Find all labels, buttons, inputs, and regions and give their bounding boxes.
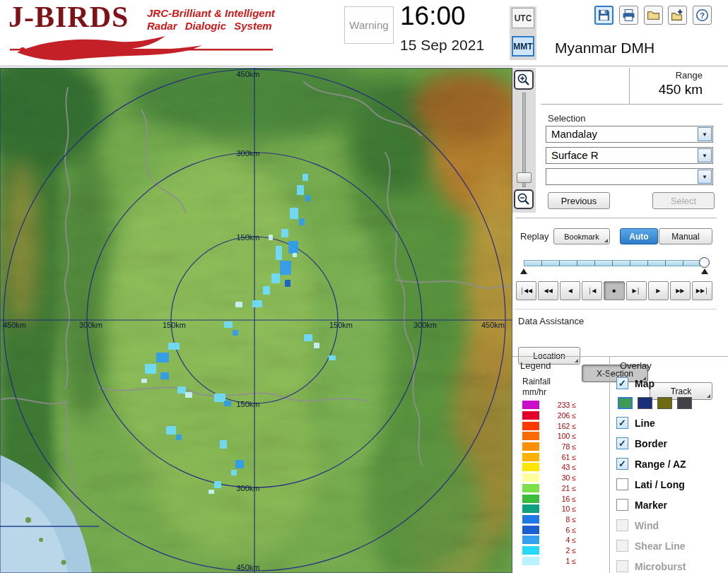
save-button[interactable] <box>594 6 613 25</box>
help-button[interactable]: ? <box>693 6 712 25</box>
svg-text:?: ? <box>700 11 705 20</box>
rain-echo-cell <box>141 379 147 383</box>
overlay-item-label: Shear Line <box>635 540 686 552</box>
app-logo-subtitle: JRC-Brilliant & Intelligent Radar Dialog… <box>147 7 275 33</box>
timeline-thumb[interactable] <box>699 257 710 268</box>
legend-row: 43 ≤ <box>522 462 601 473</box>
checked-checkbox-icon[interactable]: ✓ <box>616 377 628 389</box>
range-ring-label: 300km <box>236 484 259 492</box>
map-style-swatch-1[interactable] <box>618 397 633 409</box>
rain-echo-cell <box>235 460 244 468</box>
option-dropdown[interactable]: ▼ <box>546 168 713 185</box>
range-ring-label: 150km <box>236 233 259 242</box>
legend-rows: 233 ≤206 ≤162 ≤100 ≤78 ≤61 ≤43 ≤30 ≤21 ≤… <box>522 400 601 566</box>
timeline-track[interactable] <box>524 260 700 266</box>
legend-value: 233 ≤ <box>539 401 576 409</box>
site-dropdown[interactable]: Mandalay ▼ <box>546 126 713 143</box>
chevron-down-icon[interactable]: ▼ <box>698 148 712 163</box>
rain-echo-cell <box>329 355 336 360</box>
legend-value: 78 ≤ <box>539 442 576 451</box>
legend-row: 100 ≤ <box>522 431 601 442</box>
logo-subtitle-line2: Radar Dialogic System <box>147 20 275 33</box>
zoom-out-icon <box>517 192 531 206</box>
overlay-item-line[interactable]: ✓Line <box>616 413 728 433</box>
zoom-in-button[interactable] <box>514 70 534 90</box>
playback-play-button[interactable]: ▶ <box>648 281 669 300</box>
legend-row: 10 ≤ <box>522 504 601 514</box>
range-ring-label: 450km <box>236 70 259 78</box>
overlay-item-range-az[interactable]: ✓Range / AZ <box>616 454 728 474</box>
playback-last-button[interactable]: ▶▶│ <box>692 281 712 300</box>
rain-echo-cell <box>293 253 297 257</box>
map-style-swatch-3[interactable] <box>657 397 672 409</box>
map-style-swatch-4[interactable] <box>677 397 692 409</box>
previous-button[interactable]: Previous <box>548 192 610 209</box>
import-image-button[interactable] <box>668 6 687 25</box>
playback-first-button[interactable]: │◀◀ <box>516 281 536 300</box>
overlay-title: Overlay <box>620 360 652 371</box>
legend-color-swatch <box>522 557 539 565</box>
legend-value: 2 ≤ <box>539 546 576 555</box>
rain-echo-cell <box>233 330 238 336</box>
auto-button[interactable]: Auto <box>620 228 658 244</box>
rain-echo-cell <box>281 229 288 237</box>
radar-map[interactable]: 450km300km150km150km300km450km450km300km… <box>0 68 512 573</box>
overlay-item-lati-long[interactable]: Lati / Long <box>616 474 728 495</box>
range-ring-label: 150km <box>163 321 186 329</box>
checked-checkbox-icon[interactable]: ✓ <box>616 437 628 449</box>
zoom-slider-thumb[interactable] <box>517 172 532 183</box>
rain-echo-cell <box>209 490 214 494</box>
timezone-toggle: UTC MMT <box>510 6 536 60</box>
legend-value: 21 ≤ <box>539 484 576 492</box>
playback-play-reverse-button[interactable]: ◀ <box>560 281 580 300</box>
chevron-down-icon[interactable]: ▼ <box>698 170 712 184</box>
utc-button[interactable]: UTC <box>512 8 534 28</box>
overlay-item-label: Border <box>635 438 667 449</box>
data-assistance-label: Data Assistance <box>518 316 584 326</box>
legend-color-swatch <box>522 546 539 555</box>
unchecked-checkbox-icon[interactable] <box>616 499 628 511</box>
playback-stop-button[interactable]: ■ <box>604 281 624 300</box>
checked-checkbox-icon[interactable]: ✓ <box>616 417 628 429</box>
checked-checkbox-icon[interactable]: ✓ <box>616 458 628 470</box>
legend-row: 61 ≤ <box>522 451 601 462</box>
save-icon <box>597 8 611 22</box>
legend-row: 162 ≤ <box>522 420 601 431</box>
select-button[interactable]: Select <box>652 192 715 209</box>
overlay-item-map[interactable]: ✓Map <box>616 373 728 394</box>
overlay-item-marker[interactable]: Marker <box>616 495 728 515</box>
legend-row: 1 ≤ <box>522 555 601 566</box>
replay-timeline[interactable] <box>522 256 709 274</box>
legend-row: 8 ≤ <box>522 514 601 525</box>
import-image-icon <box>671 8 684 22</box>
mmt-button[interactable]: MMT <box>512 36 534 57</box>
overlay-item-microburst: Microburst <box>616 556 728 573</box>
timeline-position-marker[interactable] <box>701 268 708 274</box>
overlay-item-border[interactable]: ✓Border <box>616 433 728 454</box>
overlay-items: ✓Map✓Line✓Border✓Range / AZLati / LongMa… <box>616 373 728 573</box>
control-panel: Range 450 km Selection Mandalay ▼ Surfac… <box>512 68 728 573</box>
bookmark-button[interactable]: Bookmark <box>553 228 610 244</box>
playback-step-forward-button[interactable]: ▶│ <box>626 281 647 300</box>
playback-fast-rewind-button[interactable]: ◀◀ <box>538 281 558 300</box>
unchecked-checkbox-icon[interactable] <box>616 478 628 490</box>
legend-color-swatch <box>522 453 539 461</box>
overlay-item-label: Wind <box>635 520 659 531</box>
playback-fast-forward-button[interactable]: ▶▶ <box>670 281 691 300</box>
zoom-out-button[interactable] <box>514 189 534 209</box>
overlay-item-label: Lati / Long <box>635 479 685 490</box>
product-dropdown[interactable]: Surface R ▼ <box>546 147 713 164</box>
unchecked-checkbox-icon <box>616 519 628 531</box>
rain-echo-cell <box>288 241 298 254</box>
overlay-item-label: Marker <box>635 500 667 511</box>
utc-label: UTC <box>515 13 532 23</box>
chevron-down-icon[interactable]: ▼ <box>698 127 712 141</box>
warning-button[interactable]: Warning <box>344 6 394 44</box>
open-folder-button[interactable] <box>644 6 663 25</box>
manual-button[interactable]: Manual <box>659 228 712 244</box>
unchecked-checkbox-icon <box>616 560 628 572</box>
playback-step-back-button[interactable]: │◀ <box>582 281 602 300</box>
print-button[interactable] <box>619 6 638 25</box>
timeline-start-marker[interactable] <box>520 268 527 274</box>
map-style-swatch-2[interactable] <box>638 397 652 409</box>
